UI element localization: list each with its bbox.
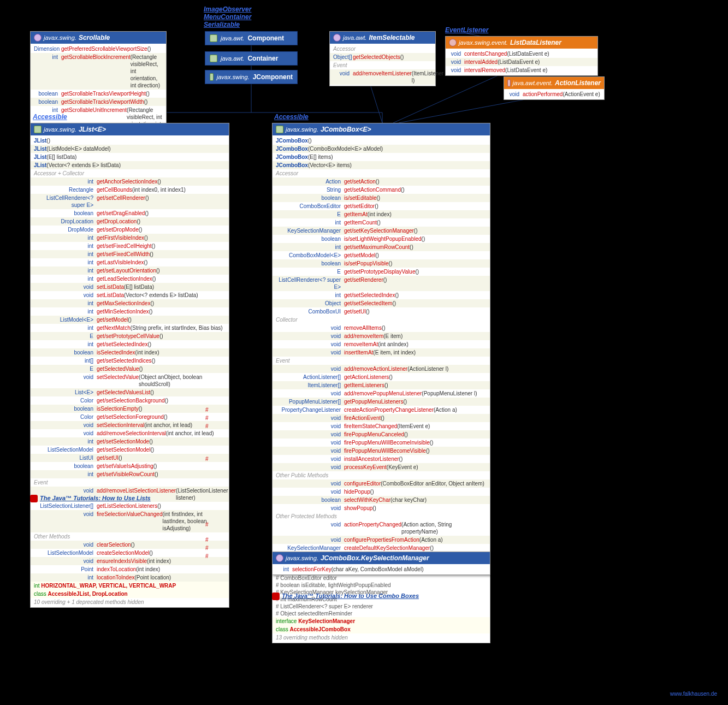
- menucontainer-label: MenuContainer: [204, 13, 251, 21]
- serializable-label: Serializable: [204, 21, 240, 28]
- jcomponent-box: javax.swing.JComponent: [205, 70, 298, 84]
- jlist-box: javax.swing.JList<E> JList ()JList (List…: [30, 123, 229, 608]
- interface-icon: [276, 554, 283, 562]
- listdatalistener-box: javax.swing.event.ListDataListener voidc…: [445, 36, 598, 76]
- tutorial-combo-link[interactable]: The Java™ Tutorials: How to Use Combo Bo…: [272, 593, 419, 600]
- class-icon: [34, 126, 42, 133]
- tutorial-lists-link[interactable]: The Java™ Tutorials: How to Use Lists: [30, 495, 151, 502]
- eventlistener-label: EventListener: [445, 26, 488, 34]
- accessible-left: Accessible: [33, 113, 67, 121]
- oracle-icon: [272, 593, 280, 600]
- class-icon: [210, 73, 214, 81]
- actionlistener-box: java.awt.event.ActionListener voidaction…: [504, 76, 605, 100]
- class-icon: [210, 55, 217, 62]
- component-box: java.awt.Component: [205, 31, 298, 45]
- listener-icon: [507, 79, 511, 87]
- interface-icon: [333, 34, 341, 42]
- imageobserver-label: ImageObserver: [204, 5, 251, 13]
- itemselectable-box: java.awt.ItemSelectable AccessorObject[]…: [329, 31, 436, 86]
- keyselectionmanager-box: javax.swing.JComboBox.KeySelectionManage…: [272, 552, 490, 575]
- class-icon: [210, 34, 217, 42]
- accessible-right: Accessible: [274, 113, 309, 121]
- class-icon: [276, 126, 283, 133]
- watermark: www.falkhausen.de: [670, 691, 717, 697]
- container-box: java.awt.Container: [205, 51, 298, 66]
- interface-icon: [34, 34, 42, 42]
- listener-icon: [449, 39, 457, 46]
- scrollable-box: javax.swing.Scrollable DimensiongetPrefe…: [30, 31, 167, 137]
- oracle-icon: [30, 495, 38, 502]
